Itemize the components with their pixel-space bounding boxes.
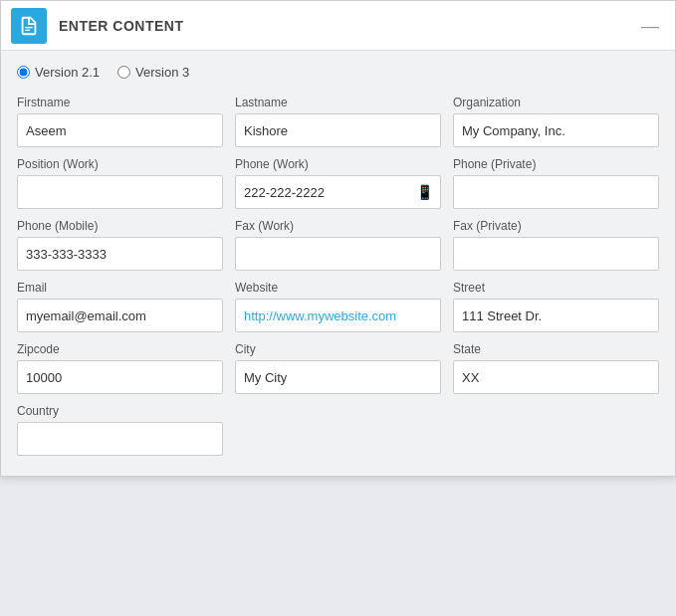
title-bar: ENTER CONTENT —: [1, 1, 675, 51]
phone-work-input[interactable]: [235, 175, 441, 209]
state-group: State: [453, 342, 659, 394]
email-input[interactable]: [17, 299, 223, 332]
zipcode-group: Zipcode: [17, 342, 223, 394]
fax-work-label: Fax (Work): [235, 219, 441, 233]
organization-group: Organization: [453, 96, 659, 147]
state-label: State: [453, 342, 659, 356]
street-group: Street: [453, 281, 659, 332]
street-label: Street: [453, 281, 659, 295]
fax-work-input[interactable]: [235, 237, 441, 271]
phone-private-input[interactable]: [453, 175, 659, 209]
email-label: Email: [17, 281, 223, 295]
city-input[interactable]: [235, 360, 441, 394]
window-icon: [11, 8, 47, 44]
fax-private-group: Fax (Private): [453, 219, 659, 271]
website-label: Website: [235, 281, 441, 295]
organization-input[interactable]: [453, 113, 659, 147]
firstname-group: Firstname: [17, 96, 223, 147]
minimize-button[interactable]: —: [635, 13, 665, 39]
version-3-radio[interactable]: Version 3: [117, 65, 189, 80]
version-21-radio[interactable]: Version 2.1: [17, 65, 100, 80]
svg-rect-0: [25, 26, 32, 27]
zipcode-label: Zipcode: [17, 342, 223, 356]
content-area: Version 2.1 Version 3 Firstname Lastname…: [1, 51, 675, 476]
zipcode-input[interactable]: [17, 360, 223, 394]
enter-content-window: ENTER CONTENT — Version 2.1 Version 3 Fi…: [0, 0, 676, 477]
firstname-input[interactable]: [17, 113, 223, 147]
phone-mobile-input[interactable]: [17, 237, 223, 271]
lastname-group: Lastname: [235, 96, 441, 147]
version-row: Version 2.1 Version 3: [17, 65, 659, 80]
website-input[interactable]: [235, 299, 441, 332]
state-input[interactable]: [453, 360, 659, 394]
document-icon: [18, 15, 40, 37]
phone-private-group: Phone (Private): [453, 157, 659, 209]
window-title: ENTER CONTENT: [59, 18, 635, 34]
fax-private-label: Fax (Private): [453, 219, 659, 233]
country-input[interactable]: [17, 422, 223, 456]
phone-work-wrapper: 📱: [235, 175, 441, 209]
country-label: Country: [17, 404, 223, 418]
position-work-label: Position (Work): [17, 157, 223, 171]
lastname-label: Lastname: [235, 96, 441, 109]
svg-rect-1: [25, 29, 30, 30]
website-group: Website: [235, 281, 441, 332]
position-work-input[interactable]: [17, 175, 223, 209]
phone-work-label: Phone (Work): [235, 157, 441, 171]
city-group: City: [235, 342, 441, 394]
fax-work-group: Fax (Work): [235, 219, 441, 271]
version-3-input[interactable]: [117, 66, 130, 79]
country-group: Country: [17, 404, 223, 456]
phone-mobile-label: Phone (Mobile): [17, 219, 223, 233]
firstname-label: Firstname: [17, 96, 223, 109]
street-input[interactable]: [453, 299, 659, 332]
fax-private-input[interactable]: [453, 237, 659, 271]
lastname-input[interactable]: [235, 113, 441, 147]
phone-work-group: Phone (Work) 📱: [235, 157, 441, 209]
organization-label: Organization: [453, 96, 659, 109]
phone-mobile-group: Phone (Mobile): [17, 219, 223, 271]
fields-grid: Firstname Lastname Organization Position…: [17, 96, 659, 456]
position-work-group: Position (Work): [17, 157, 223, 209]
phone-private-label: Phone (Private): [453, 157, 659, 171]
city-label: City: [235, 342, 441, 356]
email-group: Email: [17, 281, 223, 332]
version-21-input[interactable]: [17, 66, 30, 79]
